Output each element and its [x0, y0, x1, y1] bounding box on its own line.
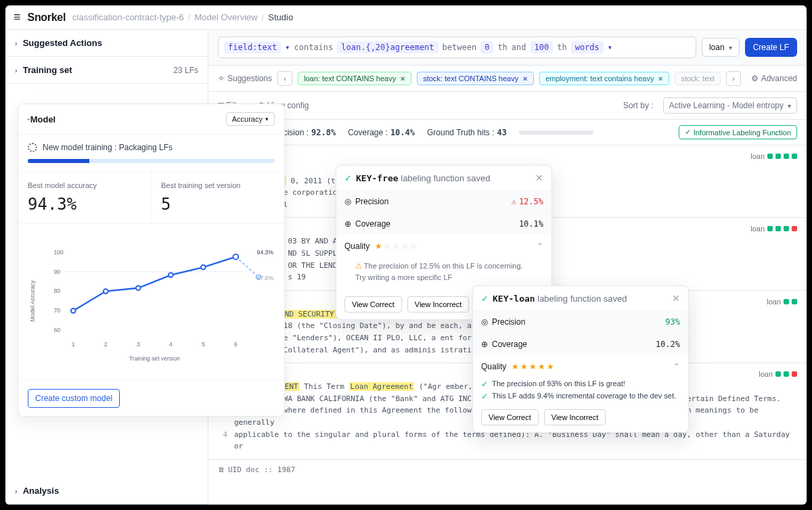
chevron-right-icon: ›: [15, 66, 18, 74]
svg-text:90: 90: [53, 269, 60, 275]
svg-text:5: 5: [202, 341, 205, 348]
status-dot: [767, 226, 773, 231]
metric-best-accuracy: Best model accuracy 94.3%: [18, 172, 152, 223]
sort-select[interactable]: Active Learning - Model entropy▾: [663, 97, 797, 114]
spinner-icon: [28, 143, 37, 152]
training-status: New model training : Packaging LFs: [28, 143, 275, 152]
check-icon: ✓: [344, 173, 352, 183]
close-icon[interactable]: ✕: [522, 75, 528, 83]
check-icon: ✓: [481, 294, 489, 304]
next-arrow[interactable]: ›: [726, 71, 741, 86]
close-icon[interactable]: ✕: [535, 172, 543, 183]
status-dot: [792, 154, 797, 159]
line-number: 4: [218, 429, 227, 453]
sidebar-suggested[interactable]: › Suggested Actions: [5, 30, 208, 57]
view-correct-button[interactable]: View Correct: [344, 296, 402, 312]
suggestions-label: ✧Suggestions: [218, 74, 272, 83]
top-bar: ≡ Snorkel classification-contract-type-6…: [5, 5, 807, 30]
training-progress: [28, 159, 275, 163]
accuracy-select[interactable]: Accuracy▾: [226, 112, 275, 126]
svg-text:Training set version: Training set version: [129, 355, 180, 362]
svg-text:94.3%: 94.3%: [257, 249, 274, 256]
crumb-project[interactable]: classification-contract-type-6: [72, 12, 184, 22]
doc-label: loan: [750, 152, 765, 160]
svg-point-11: [201, 265, 206, 270]
target-icon: ◎: [344, 197, 351, 206]
chevron-down-icon: ▾: [788, 102, 791, 110]
sidebar-training[interactable]: › Training set 23 LFs: [5, 57, 208, 84]
svg-text:Model Accuracy: Model Accuracy: [29, 280, 36, 322]
svg-point-12: [233, 254, 239, 260]
status-dot: [792, 226, 797, 231]
svg-text:4: 4: [169, 341, 173, 348]
svg-point-9: [136, 285, 141, 290]
check-icon: ✓: [481, 392, 488, 401]
query-bar: field:text ▾ contains loan.{,20}agreemen…: [208, 30, 807, 66]
globe-icon: ⊕: [344, 219, 351, 229]
svg-text:70: 70: [53, 307, 60, 314]
chevron-down-icon[interactable]: ›: [25, 118, 33, 120]
svg-text:87.6%: 87.6%: [257, 275, 274, 281]
status-dot: [775, 371, 781, 377]
prev-arrow[interactable]: ‹: [277, 71, 292, 86]
sugg-chip-employment[interactable]: employment: text contains heavy✕: [539, 72, 669, 85]
create-lf-button[interactable]: Create LF: [745, 38, 797, 57]
alert-icon: ⚠: [355, 262, 362, 270]
svg-text:80: 80: [53, 287, 60, 294]
close-icon[interactable]: ✕: [400, 75, 405, 83]
popover-key-loan: ✓KEY-loan labeling function saved✕ ◎Prec…: [472, 285, 689, 433]
target-icon: ◎: [481, 317, 488, 327]
model-panel: › Model Accuracy▾ New model training : P…: [18, 103, 285, 417]
view-correct-button[interactable]: View Correct: [481, 409, 539, 425]
list-toolbar: ▽ Filters ⚙ View config Sort by : Active…: [208, 92, 807, 120]
create-custom-model-button[interactable]: Create custom model: [28, 389, 120, 408]
logo: Snorkel: [28, 11, 66, 24]
gt-progress: [519, 131, 593, 135]
svg-point-7: [71, 308, 76, 313]
status-dot: [775, 154, 781, 159]
sparkle-icon: ✧: [218, 74, 225, 83]
metric-best-version: Best training set version 5: [152, 172, 284, 223]
label-select[interactable]: loan ▾: [702, 38, 740, 57]
status-dot: [792, 299, 797, 304]
hamburger-icon[interactable]: ≡: [14, 10, 21, 24]
view-incorrect-button[interactable]: View Incorrect: [544, 409, 606, 425]
globe-icon: ⊕: [481, 340, 488, 349]
advanced-link[interactable]: ⚙Advanced: [751, 74, 797, 83]
check-icon: ✓: [685, 128, 691, 137]
model-chart: Model Accuracy 10090807060 94.3% 87.6% 1…: [18, 224, 284, 381]
chevron-down-icon: ▾: [729, 44, 732, 51]
chevron-up-icon[interactable]: ⌃: [673, 362, 680, 371]
doc-label: loan: [750, 225, 765, 233]
sidebar-analysis[interactable]: › Analysis: [5, 478, 208, 505]
status-dot: [792, 371, 797, 377]
informative-badge: ✓Informative Labeling Function: [679, 125, 797, 139]
status-dot: [784, 299, 789, 304]
sugg-chip-disabled[interactable]: stock: text: [675, 72, 721, 85]
svg-text:6: 6: [234, 341, 238, 348]
status-dot: [767, 154, 773, 159]
svg-point-8: [104, 289, 108, 294]
svg-text:2: 2: [104, 341, 108, 348]
close-icon[interactable]: ✕: [672, 293, 680, 304]
uid-label: 🗎 UID doc :: 1987: [208, 460, 807, 480]
chevron-up-icon[interactable]: ⌃: [537, 241, 543, 251]
close-icon[interactable]: ✕: [658, 75, 663, 83]
doc-label: loan: [759, 370, 773, 378]
warning-icon: ⚠: [512, 197, 516, 206]
query-input[interactable]: field:text ▾ contains loan.{,20}agreemen…: [218, 37, 696, 58]
svg-text:60: 60: [53, 327, 60, 333]
sugg-chip-stock[interactable]: stock: text CONTAINS heavy✕: [417, 72, 534, 85]
crumb-page[interactable]: Model Overview: [194, 12, 257, 22]
view-incorrect-button[interactable]: View Incorrect: [407, 296, 470, 312]
sugg-chip-loan[interactable]: loan: text CONTAINS heavy✕: [298, 72, 411, 85]
doc-label: loan: [767, 298, 781, 306]
status-dot: [784, 154, 789, 159]
chevron-right-icon: ›: [15, 39, 18, 47]
doc-icon: 🗎: [218, 465, 225, 474]
status-dot: [784, 371, 789, 377]
status-dot: [784, 226, 789, 231]
crumb-sub[interactable]: Studio: [268, 12, 293, 22]
svg-point-10: [168, 273, 173, 277]
lf-count: 23 LFs: [173, 66, 198, 75]
